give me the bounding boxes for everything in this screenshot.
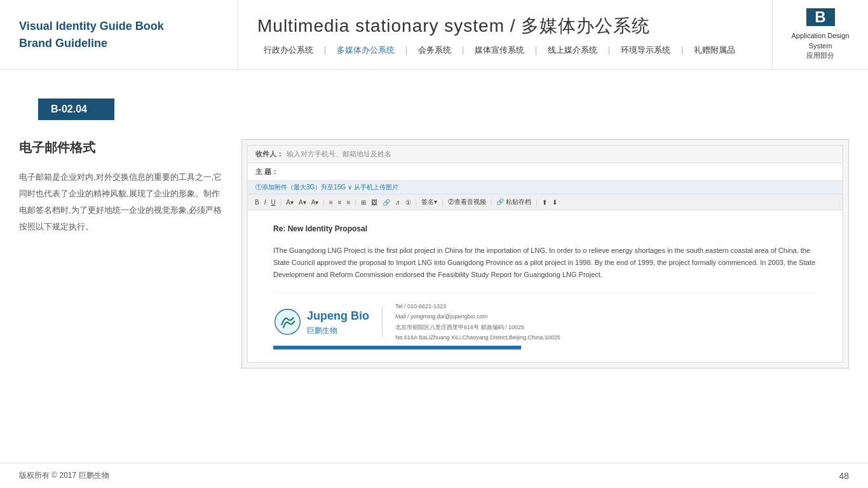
email-client: 收件人： 输入对方手机号、邮箱地址及姓名 主 题： ①添加附件（最大3G）升至1… (247, 145, 843, 363)
toolbar-sep7: | (534, 199, 539, 206)
nav-link-env[interactable]: 环境导示系统 (614, 44, 677, 56)
sig-mail: Mail / yongming.dai@jupengbio.com (395, 311, 560, 322)
app-design-line2: 应用部分 (782, 51, 858, 60)
email-mockup-wrapper: 收件人： 输入对方手机号、邮箱地址及姓名 主 题： ①添加附件（最大3G）升至1… (241, 139, 849, 369)
nav-sep-4: ｜ (531, 44, 541, 56)
nav-sep-2: ｜ (401, 44, 412, 56)
center-header: Multimedia stationary system / 多媒体办公系统 行… (238, 0, 773, 69)
nav-link-gifts[interactable]: 礼赠附属品 (688, 44, 742, 56)
toolbar-signature[interactable]: 签名▾ (419, 197, 439, 207)
toolbar-sep4: | (414, 199, 419, 206)
section-title: 电子邮件格式 (19, 139, 222, 156)
app-design-text: Application Design System 应用部分 (782, 31, 858, 60)
toolbar-down[interactable]: ⬇ (550, 198, 559, 207)
toolbar-sep5: | (440, 199, 445, 206)
toolbar-up[interactable]: ⬆ (540, 198, 549, 207)
content-area: 电子邮件格式 电子邮箱是企业对内,对外交换信息的重要的工具之一,它同时也代表了企… (0, 139, 868, 369)
nav-sep-5: ｜ (604, 44, 614, 56)
attachment-text: ①添加附件（最大3G）升至15G ∨ 从手机上传图片 (255, 184, 398, 191)
toolbar-sep2: | (322, 199, 326, 206)
brand-text: Visual Identity Guide Book Brand Guideli… (19, 18, 164, 52)
toolbar-view-av[interactable]: ②查看音视频 (446, 197, 488, 207)
toolbar-underline[interactable]: U (269, 198, 277, 207)
toolbar-font-a2[interactable]: A▾ (297, 198, 308, 207)
nav-link-multimedia[interactable]: 多媒体办公系统 (330, 44, 401, 56)
main-title: Multimedia stationary system / 多媒体办公系统 (257, 14, 753, 38)
toolbar-font-a1[interactable]: A▾ (284, 198, 295, 207)
signature-info: Tel / 010-6621-1323 Mail / yongming.dai@… (395, 301, 560, 342)
email-subject-bar: 主 题： (248, 163, 843, 181)
app-box-letter: B (815, 8, 825, 26)
main-title-cn: 多媒体办公系统 (521, 16, 650, 36)
toolbar-image[interactable]: 🖼 (369, 198, 379, 207)
nav-sep-3: ｜ (458, 44, 468, 56)
brand-line1: Visual Identity Guide Book (19, 18, 164, 35)
app-design-line1: Application Design System (782, 31, 858, 51)
email-to-value: 输入对方手机号、邮箱地址及姓名 (287, 149, 835, 159)
app-box: B (806, 8, 835, 26)
toolbar-table[interactable]: ⊞ (359, 198, 368, 207)
toolbar-sep1: | (279, 199, 283, 206)
signature-blue-bar (273, 346, 521, 349)
toolbar-italic[interactable]: I (262, 198, 268, 207)
nav-links: 行政办公系统 ｜ 多媒体办公系统 ｜ 会务系统 ｜ 媒体宣传系统 ｜ 线上媒介系… (257, 44, 753, 56)
footer-copyright: 版权所有 © 2017 巨鹏生物 (19, 470, 109, 481)
sig-addr-en: No.616A BaLiZhuang XiLi,Chaoyang Distric… (395, 332, 560, 342)
right-header: B Application Design System 应用部分 (773, 0, 868, 69)
toolbar-font-a3[interactable]: A▾ (309, 198, 321, 207)
attachment-bar: ①添加附件（最大3G）升至15G ∨ 从手机上传图片 (248, 181, 843, 194)
toolbar-sep3: | (353, 199, 358, 206)
email-body: Re: New Identity Proposal IThe Guangdong… (248, 210, 843, 362)
title-separator: / (510, 16, 522, 36)
toolbar-paste[interactable]: 🔗 粘贴存档 (494, 197, 533, 207)
toolbar-link[interactable]: 🔗 (381, 198, 392, 207)
toolbar-align1[interactable]: ≡ (327, 198, 335, 207)
left-brand: Visual Identity Guide Book Brand Guideli… (0, 0, 238, 69)
toolbar-bold[interactable]: B (253, 198, 261, 207)
email-to-label: 收件人： (255, 149, 283, 159)
email-body-text: IThe Guangdong LNG Project is the first … (273, 245, 817, 280)
sig-tel: Tel / 010-6621-1323 (395, 301, 560, 311)
footer: 版权所有 © 2017 巨鹏生物 48 (0, 463, 868, 488)
section-description: 电子邮箱是企业对内,对外交换信息的重要的工具之一,它同时也代表了企业的精神风貌,… (19, 169, 222, 235)
nav-link-media[interactable]: 媒体宣传系统 (468, 44, 531, 56)
logo-en: Jupeng Bio (307, 307, 369, 325)
logo-svg (273, 308, 302, 336)
brand-line2: Brand Guideline (19, 35, 164, 52)
email-re-line: Re: New Identity Proposal (273, 223, 817, 235)
left-content: 电子邮件格式 电子邮箱是企业对内,对外交换信息的重要的工具之一,它同时也代表了企… (19, 139, 222, 369)
toolbar-num[interactable]: ① (403, 198, 413, 207)
nav-link-online[interactable]: 线上媒介系统 (541, 44, 604, 56)
footer-page: 48 (839, 471, 849, 481)
section-label: B-02.04 (38, 98, 114, 120)
toolbar-sep6: | (489, 199, 494, 206)
email-toolbar: B I U | A▾ A▾ A▾ | ≡ ≡ ≡ | ⊞ 🖼 🔗 ♬ ① | 签… (248, 194, 843, 210)
nav-sep-6: ｜ (677, 44, 688, 56)
nav-link-meeting[interactable]: 会务系统 (412, 44, 458, 56)
email-signature: Jupeng Bio 巨鹏生物 Tel / 010-6621-1323 Mail… (273, 293, 817, 342)
toolbar-align2[interactable]: ≡ (336, 198, 344, 207)
sig-addr-cn: 北京市朝阳区八里庄西里甲616号 邮政编码 / 10025 (395, 322, 560, 332)
main-title-en: Multimedia stationary system (257, 16, 505, 36)
email-to-bar: 收件人： 输入对方手机号、邮箱地址及姓名 (248, 146, 843, 163)
top-header: Visual Identity Guide Book Brand Guideli… (0, 0, 868, 70)
email-subject-label: 主 题： (255, 167, 278, 177)
logo-text-group: Jupeng Bio 巨鹏生物 (307, 307, 369, 337)
logo-cn: 巨鹏生物 (307, 325, 369, 337)
nav-link-admin[interactable]: 行政办公系统 (257, 44, 320, 56)
toolbar-audio[interactable]: ♬ (393, 198, 402, 207)
signature-logo: Jupeng Bio 巨鹏生物 (273, 307, 383, 337)
section-label-wrapper: B-02.04 (19, 83, 849, 136)
nav-sep-1: ｜ (320, 44, 330, 56)
toolbar-align3[interactable]: ≡ (345, 198, 353, 207)
